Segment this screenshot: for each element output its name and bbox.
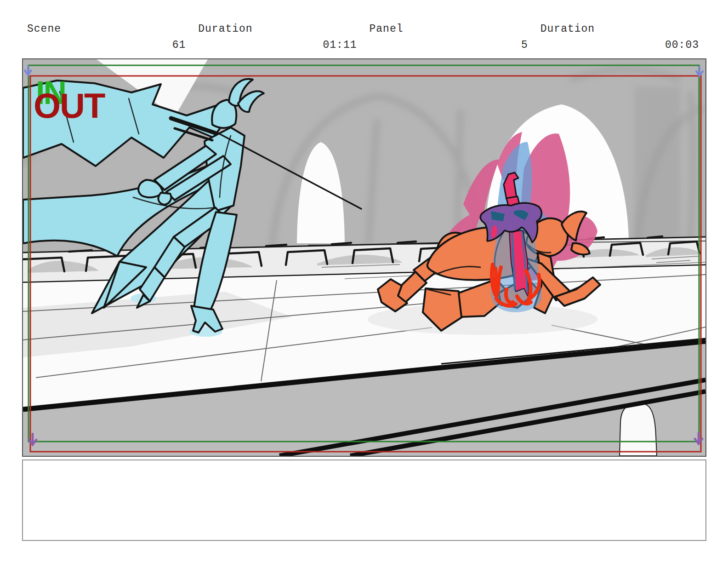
panel-value: 5: [364, 39, 535, 51]
panel-duration-label: Duration: [535, 23, 706, 35]
panel-duration-value: 00:03: [535, 39, 706, 51]
scene-label: Scene: [22, 23, 193, 35]
storyboard-page: Scene 61 Duration 01:11 Panel 5 Duration…: [0, 0, 728, 563]
panel-info-header: Scene 61 Duration 01:11 Panel 5 Duration…: [22, 23, 706, 51]
scene-duration-column: Duration 01:11: [193, 23, 364, 51]
bottom-right-pillar: [620, 402, 657, 456]
storyboard-drawing: IN OUT: [23, 59, 705, 456]
camera-out-label: OUT: [34, 86, 105, 125]
panel-duration-column: Duration 00:03: [535, 23, 706, 51]
storyboard-panel: IN OUT: [22, 58, 706, 457]
caption-box: [22, 460, 706, 541]
panel-label: Panel: [364, 23, 535, 35]
scene-column: Scene 61: [22, 23, 193, 51]
scene-value: 61: [22, 39, 193, 51]
panel-column: Panel 5: [364, 23, 535, 51]
scene-duration-label: Duration: [193, 23, 364, 35]
scene-duration-value: 01:11: [193, 39, 364, 51]
